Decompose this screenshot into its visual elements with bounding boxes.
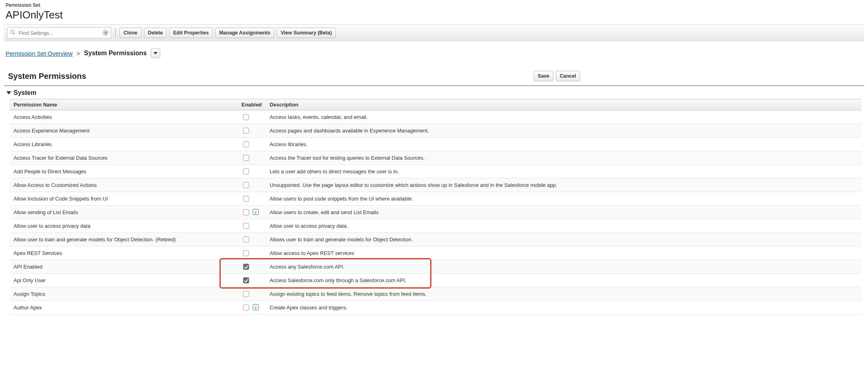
- enabled-cell: [237, 260, 266, 274]
- permission-name: Allow Access to Customized Actions: [10, 178, 237, 192]
- triangle-down-icon: [6, 91, 11, 94]
- table-row: Api Only UserAccess Salesforce.com only …: [10, 274, 862, 287]
- permission-name: API Enabled: [10, 260, 237, 274]
- permission-name: Access Activities: [10, 110, 237, 124]
- enabled-cell: i: [237, 301, 266, 315]
- permissions-table: Permission Name Enabled Description Acce…: [10, 99, 862, 315]
- table-row: Allow sending of List EmailsiAllow users…: [10, 206, 862, 219]
- enabled-cell: [237, 247, 266, 260]
- info-icon[interactable]: i: [253, 304, 259, 310]
- permission-description: Access the Tracer tool for testing queri…: [266, 151, 862, 165]
- permission-description: Allow access to Apex REST services: [266, 247, 862, 260]
- enabled-checkbox[interactable]: [243, 291, 249, 297]
- permission-name: Access Libraries: [10, 138, 237, 151]
- enabled-checkbox[interactable]: [243, 168, 249, 174]
- delete-button[interactable]: Delete: [144, 28, 167, 38]
- permission-description: Allow users to create, edit and send Lis…: [266, 206, 862, 219]
- breadcrumb: Permission Set Overview > System Permiss…: [4, 41, 864, 62]
- permission-name: Access Tracer for External Data Sources: [10, 151, 237, 165]
- permission-description: Allow user to access privacy data.: [266, 219, 862, 233]
- enabled-cell: [237, 138, 266, 151]
- enabled-checkbox[interactable]: [243, 155, 249, 161]
- edit-properties-button[interactable]: Edit Properties: [169, 28, 213, 38]
- toolbar: ✕ Clone Delete Edit Properties Manage As…: [4, 24, 864, 41]
- permission-name: Api Only User: [10, 274, 237, 287]
- save-button[interactable]: Save: [534, 71, 553, 81]
- enabled-checkbox[interactable]: [243, 209, 249, 215]
- table-row: Access Experience ManagementAccess pages…: [10, 124, 862, 138]
- enabled-cell: [237, 287, 266, 301]
- enabled-cell: [237, 124, 266, 138]
- permission-description: Unsupported. Use the page layout editor …: [266, 178, 862, 192]
- permission-name: Apex REST Services: [10, 247, 237, 260]
- enabled-checkbox[interactable]: [243, 223, 249, 229]
- col-header-enabled: Enabled: [237, 99, 266, 110]
- separator: [115, 28, 116, 37]
- permission-description: Create Apex classes and triggers.: [266, 301, 862, 315]
- table-row: Allow user to access privacy dataAllow u…: [10, 219, 862, 233]
- permission-description: Access pages and dashboards available in…: [266, 124, 862, 138]
- enabled-cell: [237, 192, 266, 206]
- manage-assignments-button[interactable]: Manage Assignments: [215, 28, 274, 38]
- view-summary-button[interactable]: View Summary (Beta): [277, 28, 336, 38]
- page-title: APIOnlyTest: [4, 8, 864, 24]
- permission-description: Access any Salesforce.com API.: [266, 260, 862, 274]
- header-label: Permission Set: [4, 0, 864, 8]
- enabled-cell: [237, 233, 266, 247]
- permission-description: Access libraries.: [266, 138, 862, 151]
- table-row: Allow Access to Customized ActionsUnsupp…: [10, 178, 862, 192]
- enabled-checkbox[interactable]: [243, 196, 249, 202]
- clone-button[interactable]: Clone: [120, 28, 142, 38]
- enabled-checkbox[interactable]: [243, 264, 249, 270]
- permission-name: Allow user to train and generate models …: [10, 233, 237, 247]
- enabled-cell: [237, 274, 266, 287]
- enabled-checkbox[interactable]: [243, 277, 249, 283]
- enabled-checkbox[interactable]: [243, 114, 249, 120]
- enabled-checkbox[interactable]: [243, 141, 249, 147]
- col-header-description: Description: [266, 99, 862, 110]
- search-input[interactable]: [7, 27, 111, 38]
- enabled-checkbox[interactable]: [243, 128, 249, 134]
- clear-search-icon[interactable]: ✕: [102, 30, 109, 36]
- permission-name: Access Experience Management: [10, 124, 237, 138]
- table-row: API EnabledAccess any Salesforce.com API…: [10, 260, 862, 274]
- permission-description: Access tasks, events, calendar, and emai…: [266, 110, 862, 124]
- table-row: Apex REST ServicesAllow access to Apex R…: [10, 247, 862, 260]
- permission-name: Assign Topics: [10, 287, 237, 301]
- enabled-cell: [237, 151, 266, 165]
- table-row: Access Tracer for External Data SourcesA…: [10, 151, 862, 165]
- enabled-checkbox[interactable]: [243, 237, 249, 243]
- group-collapser-system[interactable]: System: [4, 88, 864, 99]
- permission-name: Allow user to access privacy data: [10, 219, 237, 233]
- breadcrumb-overview-link[interactable]: Permission Set Overview: [6, 50, 73, 57]
- cancel-button[interactable]: Cancel: [556, 71, 580, 81]
- enabled-checkbox[interactable]: [243, 250, 249, 256]
- permission-description: Lets a user add others to direct message…: [266, 165, 862, 178]
- search-wrap: ✕: [7, 27, 111, 38]
- permission-description: Assign existing topics to feed items. Re…: [266, 287, 862, 301]
- permission-name: Author Apex: [10, 301, 237, 315]
- enabled-cell: [237, 178, 266, 192]
- permission-name: Allow sending of List Emails: [10, 206, 237, 219]
- table-row: Allow user to train and generate models …: [10, 233, 862, 247]
- enabled-cell: [237, 219, 266, 233]
- enabled-cell: [237, 165, 266, 178]
- table-row: Add People to Direct MessagesLets a user…: [10, 165, 862, 178]
- section-heading: System Permissions: [8, 72, 86, 81]
- chevron-down-icon: [154, 52, 158, 54]
- permission-description: Allow users to post code snippets from t…: [266, 192, 862, 206]
- enabled-checkbox[interactable]: [243, 305, 249, 311]
- info-icon[interactable]: i: [253, 209, 259, 215]
- breadcrumb-dropdown[interactable]: [151, 48, 160, 58]
- section-divider: [4, 85, 864, 86]
- permissions-table-wrap: Permission Name Enabled Description Acce…: [4, 99, 864, 315]
- enabled-cell: i: [237, 206, 266, 219]
- enabled-cell: [237, 110, 266, 124]
- permission-name: Add People to Direct Messages: [10, 165, 237, 178]
- enabled-checkbox[interactable]: [243, 182, 249, 188]
- permission-description: Access Salesforce.com only through a Sal…: [266, 274, 862, 287]
- section-header: System Permissions Save Cancel: [4, 62, 864, 85]
- col-header-name: Permission Name: [10, 99, 237, 110]
- breadcrumb-current: System Permissions: [84, 50, 147, 57]
- table-row: Access LibrariesAccess libraries.: [10, 138, 862, 151]
